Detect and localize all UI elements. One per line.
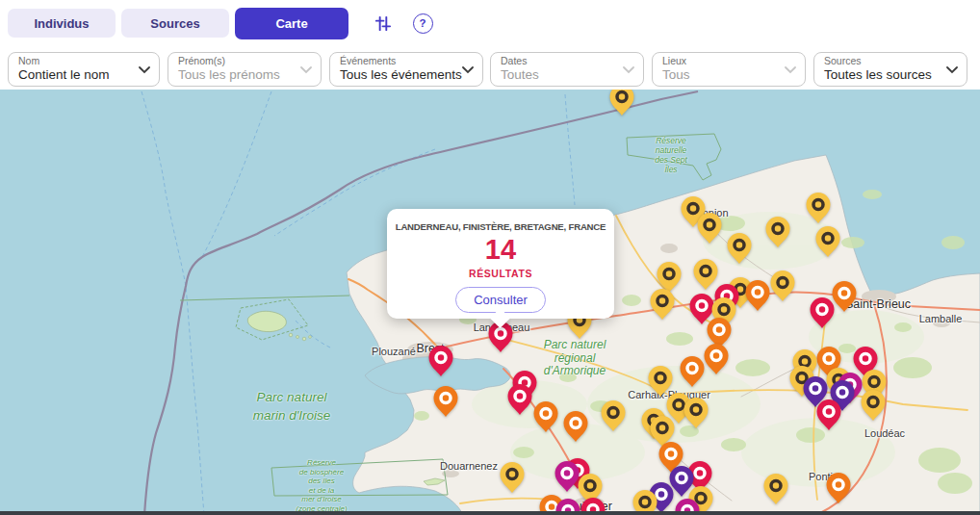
filter-sources[interactable]: Sources Toutes les sources [813,52,967,87]
map-marker[interactable] [807,193,831,223]
filter-label: Événements [340,55,457,67]
map-marker[interactable] [766,217,790,247]
help-icon[interactable]: ? [410,11,435,36]
tab-sources[interactable]: Sources [121,9,229,38]
filter-bar: Nom Contient le nom Prénom(s) Tous les p… [0,52,980,87]
map-marker[interactable] [681,356,705,387]
map-marker[interactable] [816,226,840,257]
map-canvas[interactable]: PlouzanéBrestLanderneauLannionDouarnenez… [0,90,980,515]
map-marker[interactable] [690,294,714,324]
filter-label: Dates [501,55,618,67]
filter-label: Prénom(s) [178,55,296,67]
filter-nom[interactable]: Nom Contient le nom [8,52,160,87]
tune-icon[interactable] [370,11,395,36]
filter-lieux[interactable]: Lieux Tous [652,52,806,87]
bottom-bar [0,511,980,515]
map-marker[interactable] [817,399,841,430]
map-marker[interactable] [651,289,675,320]
map-marker[interactable] [694,259,718,290]
map-marker[interactable] [705,344,729,374]
chevron-down-icon [462,66,474,74]
map-marker[interactable] [698,213,722,244]
popup-result-count: 14 [387,236,614,264]
map-marker[interactable] [708,318,732,348]
filter-label: Sources [824,55,941,67]
filter-value: Tous les événements [340,67,457,84]
filter-value: Tous [662,67,780,84]
filter-value: Tous les prénoms [178,67,296,84]
chevron-down-icon [139,66,150,74]
popup-place-title: LANDERNEAU, FINISTÈRE, BRETAGNE, FRANCE [387,221,614,232]
map-marker[interactable] [649,366,673,397]
map-marker[interactable] [658,262,682,293]
map-marker[interactable] [501,462,525,493]
result-popup: LANDERNEAU, FINISTÈRE, BRETAGNE, FRANCE … [387,209,614,319]
map-marker[interactable] [602,400,626,431]
filter-value: Toutes [501,67,618,84]
chevron-down-icon [946,66,958,74]
chevron-down-icon [623,66,634,74]
map-marker[interactable] [728,233,752,264]
filter-label: Lieux [662,55,780,67]
map-marker[interactable] [534,401,558,432]
map-marker[interactable] [434,386,458,417]
map-marker[interactable] [746,280,770,311]
map-marker[interactable] [610,90,634,116]
filter-prenoms[interactable]: Prénom(s) Tous les prénoms [168,52,322,87]
filter-dates[interactable]: Dates Toutes [490,52,644,87]
tab-individus[interactable]: Individus [8,9,116,38]
header: Individus Sources Carte ? [0,0,980,46]
map-marker[interactable] [764,474,788,504]
filter-value: Toutes les sources [824,67,941,84]
map-marker[interactable] [833,281,857,312]
map-marker[interactable] [429,346,453,376]
chevron-down-icon [785,66,796,74]
filter-label: Nom [18,55,134,67]
filter-value: Contient le nom [18,67,134,84]
map-marker[interactable] [564,411,588,442]
map-marker[interactable] [827,473,851,503]
popup-results-label: RÉSULTATS [387,268,614,279]
map-marker[interactable] [508,384,532,415]
help-glyph: ? [413,13,433,34]
map-marker[interactable] [555,461,580,492]
map-marker[interactable] [811,297,835,328]
chevron-down-icon [300,66,312,74]
tab-carte[interactable]: Carte [235,8,348,39]
map-marker[interactable] [684,398,709,428]
map-marker[interactable] [771,270,795,301]
filter-evenements[interactable]: Événements Tous les événements [329,52,483,87]
map-marker[interactable] [862,390,886,421]
